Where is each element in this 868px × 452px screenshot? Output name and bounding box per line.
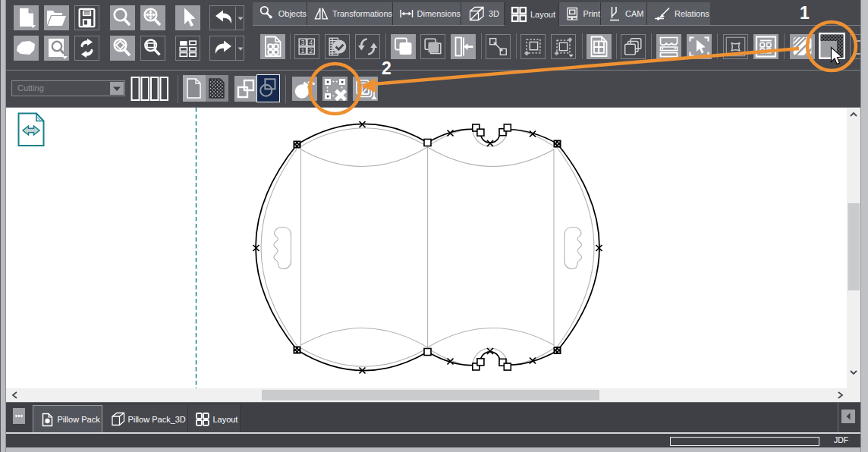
svg-text:4: 4	[309, 39, 313, 46]
svg-text:2: 2	[309, 47, 313, 55]
svg-text:3: 3	[300, 39, 304, 46]
svg-text:1: 1	[300, 47, 304, 55]
